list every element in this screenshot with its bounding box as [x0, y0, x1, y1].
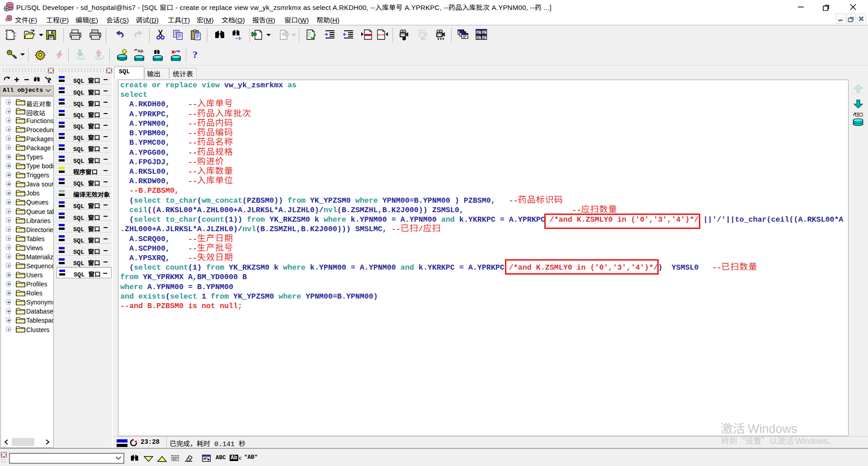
svg-text:SQL: SQL	[137, 49, 144, 53]
svg-text:?: ?	[193, 49, 198, 60]
